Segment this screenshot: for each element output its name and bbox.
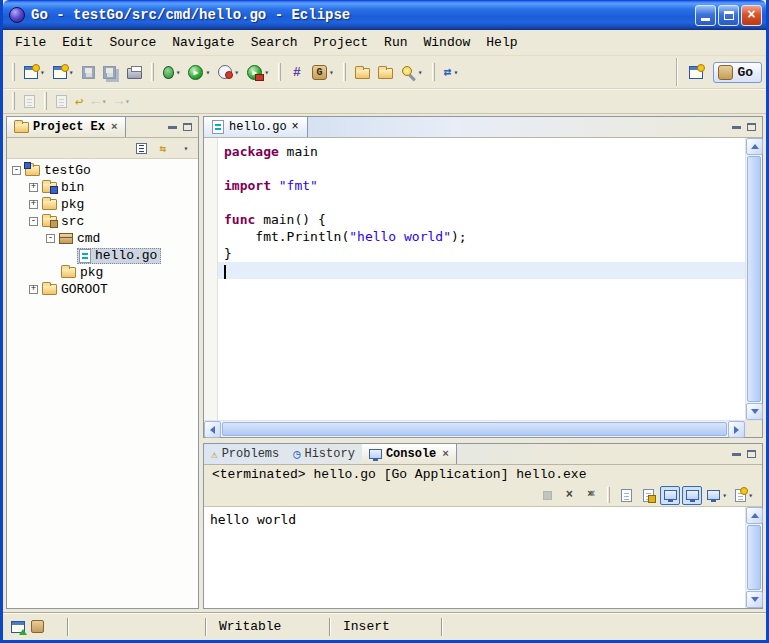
code-area[interactable]: package main import "fmt" func main() { … bbox=[218, 138, 745, 420]
display-selected-console-button[interactable]: ▾ bbox=[704, 486, 730, 505]
collapse-expander-icon[interactable]: - bbox=[29, 217, 38, 226]
run-button[interactable]: ▶▾ bbox=[185, 60, 213, 84]
save-all-button[interactable] bbox=[100, 60, 122, 84]
toolbar-grip[interactable] bbox=[12, 92, 15, 110]
tree-item-pkg[interactable]: + pkg bbox=[7, 196, 198, 213]
maximize-view-icon[interactable] bbox=[747, 450, 756, 458]
editor-vertical-scrollbar[interactable] bbox=[745, 138, 762, 420]
tab-problems[interactable]: ⚠ Problems bbox=[204, 444, 286, 464]
search-button[interactable]: ▾ bbox=[398, 60, 426, 84]
goclipse-button[interactable]: G▾ bbox=[309, 60, 337, 84]
previous-annotation-button[interactable] bbox=[53, 89, 70, 113]
collapse-all-button[interactable] bbox=[132, 140, 150, 157]
link-with-editor-button[interactable]: ⇆ bbox=[154, 140, 172, 157]
tab-hello-go[interactable]: hello.go × bbox=[204, 117, 308, 137]
minimize-view-icon[interactable] bbox=[732, 453, 741, 456]
dropdown-arrow-icon[interactable]: ▾ bbox=[69, 68, 74, 77]
dropdown-arrow-icon[interactable]: ▾ bbox=[722, 491, 727, 500]
scroll-up-button[interactable] bbox=[746, 507, 763, 524]
close-view-icon[interactable]: × bbox=[442, 448, 449, 460]
expand-expander-icon[interactable]: + bbox=[29, 200, 38, 209]
goclipse-status-icon[interactable] bbox=[31, 620, 44, 633]
print-button[interactable] bbox=[124, 60, 145, 84]
tree-item-cmd[interactable]: - cmd bbox=[7, 230, 198, 247]
dropdown-arrow-icon[interactable]: ▾ bbox=[102, 97, 107, 106]
scroll-up-button[interactable] bbox=[746, 138, 763, 155]
tree-item-src-pkg[interactable]: pkg bbox=[7, 264, 198, 281]
menu-help[interactable]: Help bbox=[478, 32, 525, 53]
dropdown-arrow-icon[interactable]: ▾ bbox=[234, 68, 239, 77]
tab-console[interactable]: Console × bbox=[362, 444, 457, 464]
close-button[interactable]: × bbox=[741, 5, 762, 26]
minimize-view-icon[interactable] bbox=[168, 126, 177, 129]
show-console-on-output-button[interactable] bbox=[682, 486, 702, 505]
menu-source[interactable]: Source bbox=[101, 32, 164, 53]
maximize-button[interactable] bbox=[718, 5, 739, 26]
new-go-element-button[interactable]: ▾ bbox=[50, 60, 77, 84]
view-menu-button[interactable]: ▾ bbox=[176, 140, 194, 157]
forward-button[interactable]: →▾ bbox=[112, 89, 133, 113]
scroll-left-button[interactable] bbox=[204, 421, 221, 438]
console-vertical-scrollbar[interactable] bbox=[745, 507, 762, 608]
remove-launch-button[interactable]: × bbox=[559, 486, 579, 505]
terminate-button[interactable] bbox=[537, 486, 557, 505]
dropdown-arrow-icon[interactable]: ▾ bbox=[125, 97, 130, 106]
tree-item-hello-go[interactable]: hello.go bbox=[7, 247, 198, 264]
scroll-lock-button[interactable] bbox=[638, 486, 658, 505]
expand-expander-icon[interactable]: + bbox=[29, 183, 38, 192]
scroll-right-button[interactable] bbox=[728, 421, 745, 438]
dropdown-arrow-icon[interactable]: ▾ bbox=[176, 68, 181, 77]
clear-console-button[interactable] bbox=[616, 486, 636, 505]
open-console-button[interactable]: ▾ bbox=[732, 486, 756, 505]
minimize-button[interactable] bbox=[695, 5, 716, 26]
dropdown-arrow-icon[interactable]: ▾ bbox=[329, 68, 334, 77]
profile-button[interactable]: ▾ bbox=[215, 60, 242, 84]
menu-edit[interactable]: Edit bbox=[54, 32, 101, 53]
fast-view-icon[interactable] bbox=[11, 621, 25, 633]
toolbar-grip[interactable] bbox=[44, 92, 47, 110]
maximize-view-icon[interactable] bbox=[183, 123, 192, 131]
pin-console-button[interactable] bbox=[660, 486, 680, 505]
toolbar-grip[interactable] bbox=[278, 63, 281, 81]
scrollbar-thumb[interactable] bbox=[747, 156, 761, 402]
menu-window[interactable]: Window bbox=[416, 32, 479, 53]
toolbar-grip[interactable] bbox=[432, 63, 435, 81]
last-edit-location-button[interactable]: ↩ bbox=[72, 89, 86, 113]
menu-search[interactable]: Search bbox=[243, 32, 306, 53]
new-wizard-button[interactable]: ▾ bbox=[21, 60, 48, 84]
maximize-editor-icon[interactable] bbox=[747, 123, 756, 131]
scroll-down-button[interactable] bbox=[746, 591, 763, 608]
tree-item-bin[interactable]: + bin bbox=[7, 179, 198, 196]
dropdown-arrow-icon[interactable]: ▾ bbox=[264, 68, 269, 77]
tab-project-explorer[interactable]: Project Ex × bbox=[7, 117, 126, 137]
next-annotation-button[interactable] bbox=[21, 89, 38, 113]
dropdown-arrow-icon[interactable]: ▾ bbox=[748, 491, 753, 500]
close-view-icon[interactable]: × bbox=[111, 121, 118, 133]
debug-button[interactable]: ▾ bbox=[160, 60, 184, 84]
new-go-package-button[interactable]: # bbox=[287, 60, 307, 84]
team-sync-button[interactable]: ⇄▾ bbox=[441, 60, 462, 84]
tab-history[interactable]: ◷ History bbox=[286, 444, 362, 464]
collapse-expander-icon[interactable]: - bbox=[12, 166, 21, 175]
dropdown-arrow-icon[interactable]: ▾ bbox=[418, 68, 423, 77]
minimize-editor-icon[interactable] bbox=[732, 126, 741, 129]
console-output[interactable]: hello world bbox=[204, 507, 745, 608]
scroll-down-button[interactable] bbox=[746, 403, 763, 420]
menu-file[interactable]: File bbox=[7, 32, 54, 53]
toolbar-grip[interactable] bbox=[12, 63, 15, 81]
menu-project[interactable]: Project bbox=[305, 32, 376, 53]
menu-navigate[interactable]: Navigate bbox=[164, 32, 242, 53]
open-resource-button[interactable] bbox=[352, 60, 373, 84]
toolbar-grip[interactable] bbox=[151, 63, 154, 81]
remove-all-launches-button[interactable]: ×× bbox=[581, 486, 601, 505]
open-project-button[interactable] bbox=[375, 60, 396, 84]
toolbar-grip[interactable] bbox=[343, 63, 346, 81]
editor-horizontal-scrollbar[interactable] bbox=[204, 420, 745, 437]
expand-expander-icon[interactable]: + bbox=[29, 285, 38, 294]
go-perspective-button[interactable]: Go bbox=[713, 62, 762, 83]
scrollbar-thumb[interactable] bbox=[222, 422, 727, 436]
dropdown-arrow-icon[interactable]: ▾ bbox=[205, 68, 210, 77]
external-tools-button[interactable]: ▶▾ bbox=[244, 60, 272, 84]
tree-item-src[interactable]: - src bbox=[7, 213, 198, 230]
menu-run[interactable]: Run bbox=[376, 32, 415, 53]
